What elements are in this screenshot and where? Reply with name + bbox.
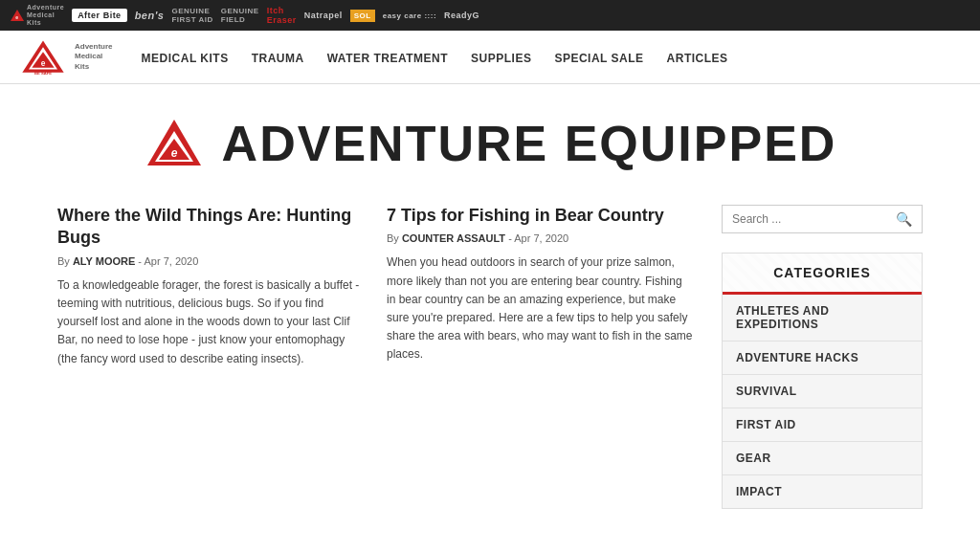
svg-text:e: e (15, 14, 18, 20)
search-button[interactable]: 🔍 (896, 211, 912, 227)
category-impact[interactable]: IMPACT (723, 475, 922, 508)
brand-sol: SOL (350, 10, 375, 22)
nav-item-medical-kits[interactable]: MEDICAL KITS (142, 49, 229, 66)
categories-box: CATEGORIES ATHLETES AND EXPEDITIONS ADVE… (722, 253, 923, 509)
brand-easycare: easy care :::: (383, 11, 436, 20)
nav-item-water-treatment[interactable]: WATER TREATMENT (327, 49, 448, 66)
articles-area: Where the Wild Things Are: Hunting Bugs … (57, 205, 693, 509)
brand-readyg: ReadyG (444, 11, 479, 20)
article-card-1: 7 Tips for Fishing in Bear Country By CO… (387, 205, 693, 509)
article-meta-1: By COUNTER ASSAULT - Apr 7, 2020 (387, 232, 693, 244)
brand-natrapel: Natrapel (304, 11, 343, 20)
search-box[interactable]: 🔍 (722, 205, 923, 233)
article-meta-0: By ALY MOORE - Apr 7, 2020 (57, 255, 364, 267)
category-gear[interactable]: GEAR (723, 442, 922, 475)
nav-item-articles[interactable]: ARTICLES (667, 49, 728, 66)
article-body-0: To a knowledgeable forager, the forest i… (57, 276, 364, 368)
brand-bens: ben's (135, 10, 165, 21)
content-area: Where the Wild Things Are: Hunting Bugs … (0, 195, 980, 538)
nav-links: MEDICAL KITS TRAUMA WATER TREATMENT SUPP… (142, 49, 728, 66)
article-title-0[interactable]: Where the Wild Things Are: Hunting Bugs (57, 205, 364, 250)
brand-genuine-field: GENUINEFIELD (221, 7, 259, 24)
category-athletes[interactable]: ATHLETES AND EXPEDITIONS (723, 295, 922, 342)
hero-logo-icon: e (144, 118, 205, 169)
article-author-1: COUNTER ASSAULT (402, 232, 505, 244)
brand-afterbite: After Bite (72, 9, 127, 22)
article-title-1[interactable]: 7 Tips for Fishing in Bear Country (387, 205, 693, 227)
main-nav: e BE SAFE AdventureMedicalKits MEDICAL K… (0, 31, 980, 84)
categories-header-bg: CATEGORIES (723, 253, 922, 295)
site-logo: e BE SAFE (19, 37, 67, 77)
category-adventure-hacks[interactable]: ADVENTURE HACKS (723, 342, 922, 375)
nav-item-trauma[interactable]: TRAUMA (252, 49, 304, 66)
category-survival[interactable]: SURVIVAL (723, 375, 922, 408)
article-date-1: Apr 7, 2020 (514, 232, 568, 244)
sidebar: 🔍 CATEGORIES ATHLETES AND EXPEDITIONS AD… (722, 205, 923, 509)
article-card-0: Where the Wild Things Are: Hunting Bugs … (57, 205, 364, 509)
hero-title-text: ADVENTURE EQUIPPED (222, 115, 837, 172)
brand-itch-eraser: ItchEraser (267, 6, 297, 25)
categories-header: CATEGORIES (723, 253, 922, 295)
svg-text:BE SAFE: BE SAFE (34, 71, 52, 76)
nav-item-special-sale[interactable]: SPECIAL SALE (554, 49, 643, 66)
svg-text:e: e (41, 58, 46, 68)
article-body-1: When you head outdoors in search of your… (387, 253, 693, 364)
logo-area[interactable]: e BE SAFE AdventureMedicalKits (19, 37, 113, 77)
article-author-0: ALY MOORE (73, 255, 135, 267)
category-first-aid[interactable]: FIRST AID (723, 408, 922, 442)
hero: e ADVENTURE EQUIPPED (0, 84, 980, 195)
brand-bar: e AdventureMedicalKits After Bite ben's … (0, 0, 980, 31)
article-date-0: Apr 7, 2020 (144, 255, 198, 267)
brand-genuine-first-aid: GENUINEFIRST AID (171, 7, 212, 24)
search-input[interactable] (732, 212, 896, 226)
brand-amk: e AdventureMedicalKits (10, 4, 64, 26)
nav-item-supplies[interactable]: SUPPLIES (471, 49, 531, 66)
svg-text:e: e (170, 146, 177, 160)
